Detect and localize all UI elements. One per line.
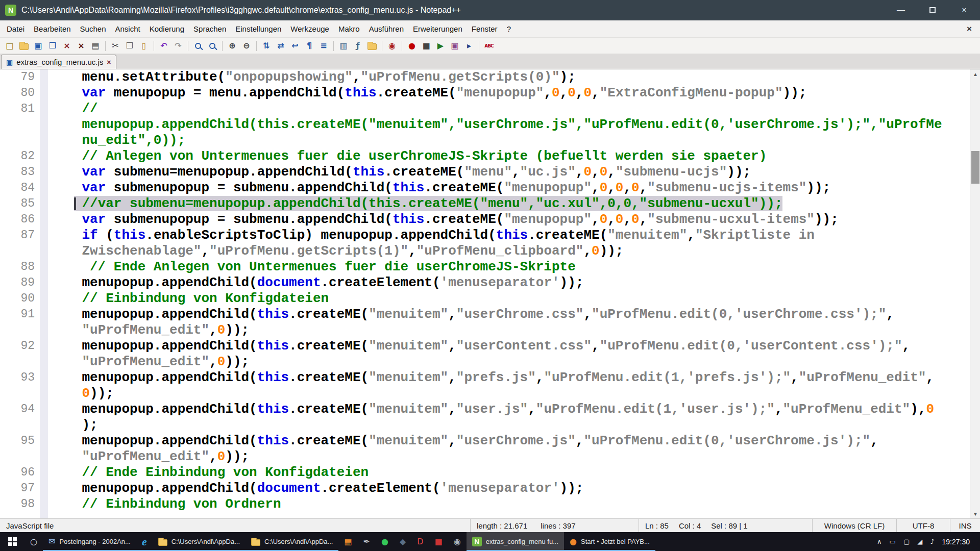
code-row[interactable]: 82 // Anlegen von Untermenues fuer die u… — [0, 148, 970, 164]
menu-item-fenster[interactable]: Fenster — [467, 21, 502, 36]
code-row[interactable]: 79 menu.setAttribute("onpopupshowing","u… — [0, 69, 970, 85]
taskbar-app-camera[interactable]: ◉ — [448, 532, 467, 551]
taskbar-app-pen[interactable]: ✒ — [358, 532, 376, 551]
code-row[interactable]: 81 // — [0, 101, 970, 117]
show-all-characters-icon[interactable]: ¶ — [303, 39, 316, 53]
macro-record-icon[interactable]: ● — [405, 39, 419, 53]
open-folder-icon[interactable] — [17, 39, 31, 53]
editor[interactable]: 79 menu.setAttribute("onpopupshowing","u… — [0, 69, 980, 518]
copy-icon[interactable]: ❐ — [123, 39, 136, 53]
new-file-icon[interactable]: □ — [3, 39, 16, 53]
close-document-icon[interactable]: × — [60, 39, 74, 53]
menu-item-ausführen[interactable]: Ausführen — [364, 21, 408, 36]
code-row[interactable]: 83 var submenu=menupopup.appendChild(thi… — [0, 164, 970, 180]
cut-icon[interactable]: ✂ — [109, 39, 122, 53]
code-row[interactable]: 89 menupopup.appendChild(document.create… — [0, 275, 970, 291]
menu-item-datei[interactable]: Datei — [2, 21, 29, 36]
code-row[interactable]: 90 // Einbindung von Konfigdateien — [0, 291, 970, 307]
vertical-scrollbar[interactable]: ▲ ▼ — [970, 69, 980, 518]
code-row[interactable]: ); — [0, 417, 970, 433]
taskbar-explorer-2[interactable]: C:\Users\Andi\AppDa... — [246, 532, 338, 551]
code-row[interactable]: 95 menupopup.appendChild(this.createME("… — [0, 433, 970, 449]
macro-stop-icon[interactable]: ■ — [420, 39, 433, 53]
macro-play-icon[interactable]: ▶ — [434, 39, 447, 53]
menu-item-werkzeuge[interactable]: Werkzeuge — [286, 21, 334, 36]
code-row[interactable]: "uProfMenu_edit",0)); — [0, 354, 970, 370]
code-row[interactable]: 93 menupopup.appendChild(this.createME("… — [0, 370, 970, 386]
taskbar-app-d[interactable]: D — [411, 532, 429, 551]
menu-item-makro[interactable]: Makro — [334, 21, 364, 36]
code-row[interactable]: 88 // Ende Anlegen von Untermenues fuer … — [0, 259, 970, 275]
code-row[interactable]: 96 // Ende Einbindung von Konfigdateien — [0, 465, 970, 481]
macro-run-multiple-icon[interactable]: ▸ — [462, 39, 476, 53]
code-row[interactable]: 87 if (this.enableScriptsToClip) menupop… — [0, 228, 970, 243]
taskbar-edge[interactable]: e — [136, 532, 153, 551]
taskbar-app-dark[interactable]: ◆ — [394, 532, 411, 551]
menu-item-bearbeiten[interactable]: Bearbeiten — [29, 21, 76, 36]
code-row[interactable]: 84 var submenupopup = submenu.appendChil… — [0, 180, 970, 196]
minimize-button[interactable]: — — [885, 0, 917, 20]
find-icon[interactable] — [191, 39, 205, 53]
taskbar-app-orange[interactable]: ▦ — [338, 532, 357, 551]
menu-item-hilfe[interactable]: ? — [502, 21, 516, 36]
code-row[interactable]: menupopup.appendChild(this.createME("men… — [0, 117, 970, 133]
scroll-down-arrow[interactable]: ▼ — [970, 509, 980, 518]
battery-icon[interactable]: ▭ — [890, 538, 896, 545]
hidden-icons-chevron[interactable]: ∧ — [877, 538, 882, 545]
code-row[interactable]: 97 menupopup.appendChild(document.create… — [0, 481, 970, 496]
close-all-icon[interactable]: × — [75, 39, 88, 53]
code-row[interactable]: 94 menupopup.appendChild(this.createME("… — [0, 402, 970, 417]
menu-item-kodierung[interactable]: Kodierung — [145, 21, 189, 36]
volume-icon[interactable]: ♪ — [930, 538, 934, 545]
menu-item-einstellungen[interactable]: Einstellungen — [231, 21, 286, 36]
taskbar-explorer-1[interactable]: C:\Users\Andi\AppDa... — [153, 532, 246, 551]
taskbar-clock[interactable]: 19:27:30 — [942, 538, 973, 546]
redo-icon[interactable]: ↷ — [172, 39, 185, 53]
document-map-icon[interactable]: ▥ — [337, 39, 350, 53]
sync-vertical-icon[interactable]: ⇅ — [260, 39, 273, 53]
scroll-up-arrow[interactable]: ▲ — [970, 69, 980, 79]
scrollbar-thumb[interactable] — [971, 151, 979, 184]
menu-item-ansicht[interactable]: Ansicht — [110, 21, 144, 36]
start-button[interactable] — [0, 532, 24, 551]
folder-as-workspace-icon[interactable] — [365, 39, 379, 53]
spell-check-icon[interactable]: ABC — [482, 39, 496, 53]
code-row[interactable]: 86 var submenupopup = submenu.appendChil… — [0, 212, 970, 228]
restore-button[interactable] — [917, 0, 948, 20]
display-icon[interactable]: ▢ — [903, 538, 910, 545]
code-row[interactable]: 92 menupopup.appendChild(this.createME("… — [0, 338, 970, 354]
code-row[interactable]: 85 //var submenu=menupopup.appendChild(t… — [0, 196, 970, 212]
taskbar-notepadpp[interactable]: Nextras_config_menu fu... — [467, 532, 564, 551]
monitoring-icon[interactable]: ◉ — [385, 39, 399, 53]
undo-icon[interactable]: ↶ — [157, 39, 170, 53]
code-row[interactable]: Zwischenablage","uProfMenu.getScripts(1)… — [0, 243, 970, 259]
zoom-in-icon[interactable]: ⊕ — [226, 39, 239, 53]
menu-item-erweiterungen[interactable]: Erweiterungen — [408, 21, 467, 36]
print-icon[interactable]: ▤ — [89, 39, 102, 53]
paste-icon[interactable]: ▯ — [137, 39, 151, 53]
code-row[interactable]: "uProfMenu_edit",0)); — [0, 322, 970, 338]
save-all-icon[interactable]: ❒ — [46, 39, 59, 53]
sync-horizontal-icon[interactable]: ⇄ — [274, 39, 287, 53]
indent-guide-icon[interactable]: ≡ — [317, 39, 330, 53]
network-icon[interactable]: ◢ — [917, 538, 922, 545]
taskbar-app-green[interactable]: ● — [376, 532, 394, 551]
tab-close-icon[interactable]: × — [107, 58, 111, 66]
replace-icon[interactable] — [206, 39, 219, 53]
word-wrap-icon[interactable]: ↩ — [288, 39, 302, 53]
save-icon[interactable]: ▣ — [32, 39, 45, 53]
taskbar-browser[interactable]: ●Start • Jetzt bei PAYB... — [564, 532, 655, 551]
code-row[interactable]: "uProfMenu_edit",0)); — [0, 449, 970, 465]
zoom-out-icon[interactable]: ⊖ — [240, 39, 253, 53]
taskbar-app-red[interactable]: ■ — [429, 532, 448, 551]
code-row[interactable]: 80 var menupopup = menu.appendChild(this… — [0, 85, 970, 101]
close-button[interactable]: × — [948, 0, 980, 20]
tab-extras-config-menu[interactable]: ▣ extras_config_menu.uc.js × — [1, 55, 116, 69]
menubar-close-icon[interactable]: × — [961, 24, 978, 34]
code-row[interactable]: 98 // Einbindung von Ordnern — [0, 496, 970, 512]
code-row[interactable]: 91 menupopup.appendChild(this.createME("… — [0, 307, 970, 322]
code-row[interactable]: 0)); — [0, 386, 970, 402]
taskbar-mail[interactable]: ✉Posteingang - 2002An... — [43, 532, 136, 551]
macro-save-icon[interactable]: ▣ — [448, 39, 461, 53]
code-row[interactable]: nu_edit",0)); — [0, 133, 970, 148]
